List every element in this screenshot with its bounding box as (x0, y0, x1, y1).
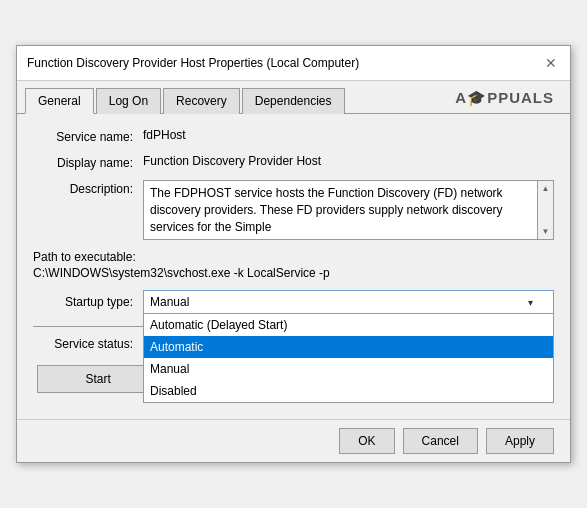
display-name-row: Display name: Function Discovery Provide… (33, 154, 554, 170)
description-scrollbar[interactable]: ▲ ▼ (537, 181, 553, 239)
service-name-value: fdPHost (143, 128, 554, 142)
tab-logon[interactable]: Log On (96, 88, 161, 114)
path-label: Path to executable: (33, 250, 554, 264)
startup-dropdown-container: Manual ▾ Automatic (Delayed Start) Autom… (143, 290, 554, 314)
chevron-down-icon: ▾ (528, 297, 533, 308)
startup-selected-text: Manual (150, 295, 189, 309)
dropdown-item-disabled[interactable]: Disabled (144, 380, 553, 402)
description-box[interactable]: The FDPHOST service hosts the Function D… (143, 180, 554, 240)
start-button[interactable]: Start (37, 365, 159, 393)
bottom-buttons: OK Cancel Apply (17, 419, 570, 462)
title-bar: Function Discovery Provider Host Propert… (17, 46, 570, 81)
startup-dropdown-list: Automatic (Delayed Start) Automatic Manu… (143, 314, 554, 403)
description-row: Description: The FDPHOST service hosts t… (33, 180, 554, 240)
properties-window: Function Discovery Provider Host Propert… (16, 45, 571, 463)
scroll-down-icon[interactable]: ▼ (538, 224, 553, 239)
app-logo: A🎓PPUALS (455, 89, 554, 107)
cancel-button[interactable]: Cancel (403, 428, 478, 454)
tab-recovery[interactable]: Recovery (163, 88, 240, 114)
window-title: Function Discovery Provider Host Propert… (27, 56, 359, 70)
main-content: Service name: fdPHost Display name: Func… (17, 114, 570, 419)
tab-dependencies[interactable]: Dependencies (242, 88, 345, 114)
tab-bar: General Log On Recovery Dependencies A🎓P… (17, 81, 570, 114)
dropdown-item-delayed[interactable]: Automatic (Delayed Start) (144, 314, 553, 336)
description-text: The FDPHOST service hosts the Function D… (150, 185, 547, 235)
description-label: Description: (33, 180, 143, 196)
dropdown-item-automatic[interactable]: Automatic (144, 336, 553, 358)
startup-dropdown[interactable]: Manual ▾ (143, 290, 554, 314)
display-name-label: Display name: (33, 154, 143, 170)
path-section: Path to executable: C:\WINDOWS\system32\… (33, 250, 554, 280)
path-value: C:\WINDOWS\system32\svchost.exe -k Local… (33, 266, 554, 280)
startup-row: Startup type: Manual ▾ Automatic (Delaye… (33, 290, 554, 314)
display-name-value: Function Discovery Provider Host (143, 154, 554, 168)
tab-general[interactable]: General (25, 88, 94, 114)
status-label: Service status: (33, 337, 143, 351)
service-name-label: Service name: (33, 128, 143, 144)
startup-label: Startup type: (33, 295, 143, 309)
service-name-row: Service name: fdPHost (33, 128, 554, 144)
dropdown-item-manual[interactable]: Manual (144, 358, 553, 380)
close-button[interactable]: ✕ (542, 54, 560, 72)
apply-button[interactable]: Apply (486, 428, 554, 454)
scroll-up-icon[interactable]: ▲ (538, 181, 553, 196)
ok-button[interactable]: OK (339, 428, 394, 454)
